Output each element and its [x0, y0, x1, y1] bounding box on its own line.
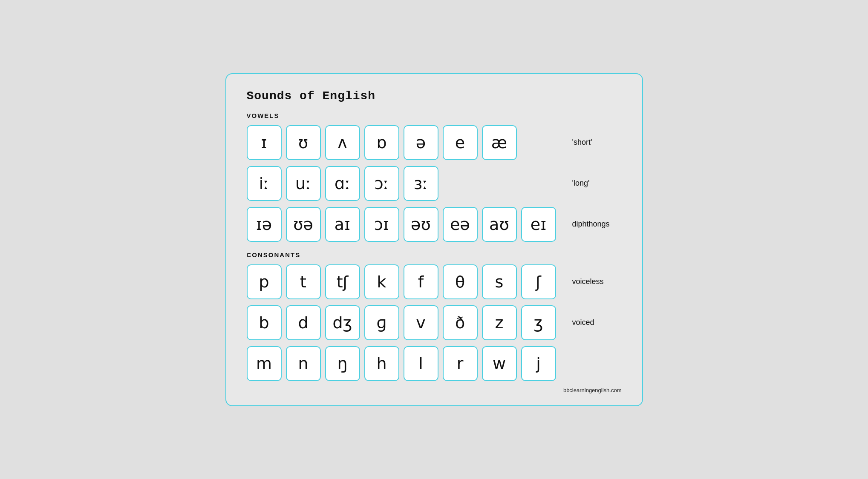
symbol-box[interactable]: ɡ [364, 305, 399, 340]
symbol-box[interactable]: ʌ [325, 125, 360, 160]
symbol-box[interactable]: l [404, 346, 438, 381]
symbol-box[interactable]: j [521, 346, 556, 381]
short-vowels-row: ɪ ʊ ʌ ɒ ə e æ 'short' [247, 125, 622, 160]
short-label: 'short' [572, 138, 592, 147]
voiceless-row: p t tʃ k f θ s ʃ voiceless [247, 264, 622, 299]
symbol-box[interactable]: dʒ [325, 305, 360, 340]
symbol-box[interactable]: θ [443, 264, 478, 299]
symbol-box[interactable]: æ [482, 125, 517, 160]
symbol-box[interactable]: eə [443, 207, 478, 242]
long-label: 'long' [572, 179, 590, 188]
symbol-box[interactable]: e [443, 125, 478, 160]
symbol-box[interactable]: d [286, 305, 321, 340]
symbol-box[interactable]: v [404, 305, 438, 340]
symbol-box[interactable]: s [482, 264, 517, 299]
symbol-box[interactable]: iː [247, 166, 282, 201]
symbol-box[interactable]: ʒ [521, 305, 556, 340]
vowels-label: VOWELS [247, 112, 622, 119]
symbol-box[interactable]: ɜː [404, 166, 438, 201]
voiceless-label: voiceless [572, 277, 604, 286]
symbol-box[interactable]: ɪə [247, 207, 282, 242]
symbol-box[interactable]: ʃ [521, 264, 556, 299]
symbol-box[interactable]: m [247, 346, 282, 381]
voiced-label: voiced [572, 318, 594, 327]
consonants-label: CONSONANTS [247, 251, 622, 258]
symbol-box[interactable]: t [286, 264, 321, 299]
symbol-box[interactable]: ɑː [325, 166, 360, 201]
diphthongs-row: ɪə ʊə aɪ ɔɪ əʊ eə aʊ eɪ diphthongs [247, 207, 622, 242]
symbol-box[interactable]: aʊ [482, 207, 517, 242]
symbol-box[interactable]: n [286, 346, 321, 381]
symbol-box[interactable]: eɪ [521, 207, 556, 242]
main-card: Sounds of English VOWELS ɪ ʊ ʌ ɒ ə e æ '… [225, 73, 643, 406]
consonants-section: CONSONANTS p t tʃ k f θ s ʃ voiceless b … [247, 251, 622, 381]
symbol-box[interactable]: ɒ [364, 125, 399, 160]
symbol-box[interactable]: b [247, 305, 282, 340]
symbol-box[interactable]: ə [404, 125, 438, 160]
symbol-box[interactable]: ʊə [286, 207, 321, 242]
symbol-box[interactable]: əʊ [404, 207, 438, 242]
long-vowels-row: iː uː ɑː ɔː ɜː 'long' [247, 166, 622, 201]
page-title: Sounds of English [247, 89, 622, 103]
symbol-box[interactable]: h [364, 346, 399, 381]
symbol-box[interactable]: ɔɪ [364, 207, 399, 242]
symbol-box[interactable]: aɪ [325, 207, 360, 242]
footer-text: bbclearningenglish.com [247, 387, 622, 393]
symbol-box[interactable]: uː [286, 166, 321, 201]
symbol-box[interactable]: z [482, 305, 517, 340]
symbol-box[interactable]: ɪ [247, 125, 282, 160]
symbol-box[interactable]: ŋ [325, 346, 360, 381]
symbol-box[interactable]: w [482, 346, 517, 381]
symbol-box[interactable]: ð [443, 305, 478, 340]
voiced-row: b d dʒ ɡ v ð z ʒ voiced [247, 305, 622, 340]
symbol-box[interactable]: tʃ [325, 264, 360, 299]
symbol-box[interactable]: r [443, 346, 478, 381]
symbol-box[interactable]: k [364, 264, 399, 299]
other-consonants-row: m n ŋ h l r w j [247, 346, 622, 381]
symbol-box[interactable]: ɔː [364, 166, 399, 201]
symbol-box[interactable]: ʊ [286, 125, 321, 160]
symbol-box[interactable]: f [404, 264, 438, 299]
symbol-box[interactable]: p [247, 264, 282, 299]
diphthongs-label: diphthongs [572, 220, 610, 229]
